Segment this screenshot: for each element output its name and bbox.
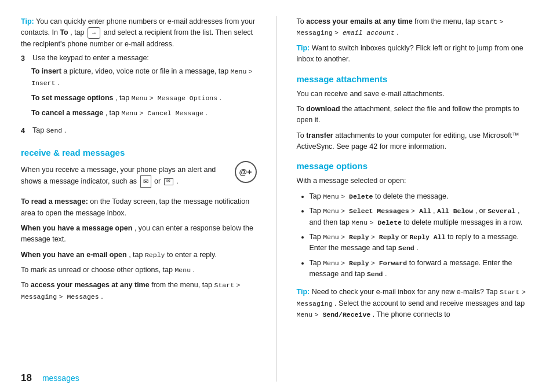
tip2-para: Tip: Want to switch inboxes quickly? Fli… — [297, 43, 533, 65]
message-open-para: When you have a message open , you can e… — [21, 223, 257, 246]
footer-label: messages — [42, 373, 79, 383]
b2-end: to delete multiple messages in a row. — [403, 218, 522, 226]
b3-replyall: Reply All — [409, 233, 445, 241]
access-msg-text: To — [21, 281, 31, 289]
b2-allbelow: All Below — [437, 207, 473, 215]
b4-reply: Reply — [349, 259, 369, 267]
b3-arrow: > — [341, 233, 349, 241]
tip3-arrow: > — [522, 288, 526, 296]
step4-row: 4 Tap Send . — [21, 126, 257, 135]
right-column: To access your emails at any time from t… — [297, 16, 533, 382]
step4-text: Tap — [32, 126, 46, 134]
options-intro-para: With a message selected or open: — [297, 175, 533, 186]
tip3-para: Tip: Need to check your e-mail inbox for… — [297, 287, 533, 320]
setoptions-para: To set message options , tap Menu > Mess… — [31, 93, 257, 104]
email-open-bold: When you have an e-mail open — [21, 251, 127, 259]
forward-icon: → — [88, 27, 100, 39]
access-emails-bold: access your emails at any time — [306, 17, 412, 25]
b4-end: . — [385, 270, 387, 278]
insert-bold: To insert — [31, 67, 61, 75]
setoptions-item: Message Options — [158, 94, 218, 102]
download-text: To — [297, 105, 307, 113]
tip3-text: Need to check your e-mail inbox for any … — [312, 288, 500, 296]
read-message-para: To read a message: on the Today screen, … — [21, 196, 257, 219]
b3-send: Send — [398, 244, 414, 252]
receive-period: . — [176, 177, 178, 185]
access-emails-account: email account — [343, 29, 395, 36]
b3-or: or — [401, 233, 410, 241]
b3-end: . — [416, 244, 418, 252]
unread-menu: Menu — [174, 266, 191, 274]
b3-arrow2: > — [371, 233, 379, 241]
receive-section-title: receive & read messages — [21, 148, 257, 157]
receive-intro-para: When you receive a message, your phone p… — [21, 164, 224, 188]
step4-send: Send — [46, 127, 63, 134]
unread-end: . — [193, 266, 195, 274]
insert-item: Insert — [31, 79, 55, 87]
b4-arrow2: > — [371, 259, 379, 267]
b4-text2: to forward a message. Enter the message … — [310, 259, 512, 278]
access-emails-text2: from the menu, tap — [414, 17, 477, 25]
b1-menu: Menu — [323, 193, 339, 200]
insert-menu: Menu — [231, 68, 247, 75]
b2-arrow3: > — [370, 219, 378, 226]
setoptions-text: , tap — [115, 94, 132, 102]
b1-item: Delete — [349, 193, 373, 200]
tip3-messaging: Messaging — [297, 300, 333, 307]
access-emails-text: To — [297, 17, 307, 25]
transfer-para: To transfer attachments to your computer… — [297, 130, 533, 153]
insert-end: . — [57, 79, 59, 87]
bullet-item-2: Tap Menu > Select Messages > All , All B… — [310, 206, 533, 228]
b3-menu: Menu — [323, 233, 339, 241]
options-bullet-list: Tap Menu > Delete to delete the message.… — [310, 191, 533, 284]
b4-text: Tap — [310, 259, 323, 267]
bullet-item-1: Tap Menu > Delete to delete the message. — [310, 191, 533, 202]
email-open-text2: to enter a reply. — [167, 251, 217, 259]
transfer-bold: transfer — [306, 131, 333, 140]
b3-replyitem: Reply — [379, 233, 399, 241]
footer-number: 18 — [21, 372, 32, 384]
tip2-text: Want to switch inboxes quickly? Flick le… — [297, 44, 523, 63]
bullet-item-3: Tap Menu > Reply > Reply or Reply All to… — [310, 232, 533, 254]
step3-text: Use the keypad to enter a message: — [32, 54, 149, 62]
cancel-text: , tap — [105, 109, 122, 117]
tip3-text2: . Select the account to send and receive… — [334, 299, 525, 307]
email-open-reply: Reply — [145, 251, 165, 259]
tip3-label: Tip: — [297, 288, 310, 296]
insert-arrow: > — [249, 68, 253, 75]
setoptions-bold: To set message options — [31, 94, 113, 102]
b4-arrow: > — [341, 259, 349, 267]
access-msg-bold: access your messages at any time — [31, 281, 150, 289]
access-msg-para: To access your messages at any time from… — [21, 280, 257, 302]
tip3-arrow2: > — [315, 311, 323, 318]
step3-number: 3 — [21, 54, 29, 63]
b2-text: Tap — [310, 207, 323, 215]
atplus-symbol: @+ — [239, 168, 252, 176]
b3-text: Tap — [310, 233, 323, 241]
access-msg-text2: from the menu, tap — [151, 281, 214, 289]
insert-text: a picture, video, voice note or file in … — [63, 67, 230, 75]
b2-delete: Delete — [377, 219, 401, 226]
tip1-label: Tip: — [21, 17, 34, 25]
read-message-bold: To read a message: — [21, 197, 88, 206]
b2-menu2: Menu — [351, 219, 368, 226]
page: Tip: You can quickly enter phone numbers… — [0, 0, 553, 392]
attach-intro-para: You can receive and save e-mail attachme… — [297, 89, 533, 100]
attachments-section-title: message attachments — [297, 74, 533, 84]
tip2-label: Tip: — [297, 44, 310, 52]
access-emails-start: Start — [478, 18, 498, 25]
access-emails-para: To access your emails at any time from t… — [297, 16, 533, 39]
tip3-start: Start — [500, 288, 520, 296]
message-open-bold: When you have a message open — [21, 224, 132, 232]
setoptions-arrow: > — [150, 94, 158, 102]
b2-all: All — [419, 207, 431, 215]
access-emails-arrow: > — [500, 18, 504, 25]
insert-para: To insert a picture, video, voice note o… — [31, 66, 257, 89]
envelope-icon: ✉ — [140, 175, 151, 188]
receive-intro-span: When you receive a message, your phone p… — [21, 166, 216, 185]
receive-header-row: When you receive a message, your phone p… — [21, 164, 257, 192]
cancel-bold: To cancel a message — [31, 109, 103, 117]
tip3-menu: Menu — [297, 311, 313, 318]
unread-text: To mark as unread or choose other option… — [21, 266, 174, 274]
b2-item: Select Messages — [349, 207, 409, 215]
